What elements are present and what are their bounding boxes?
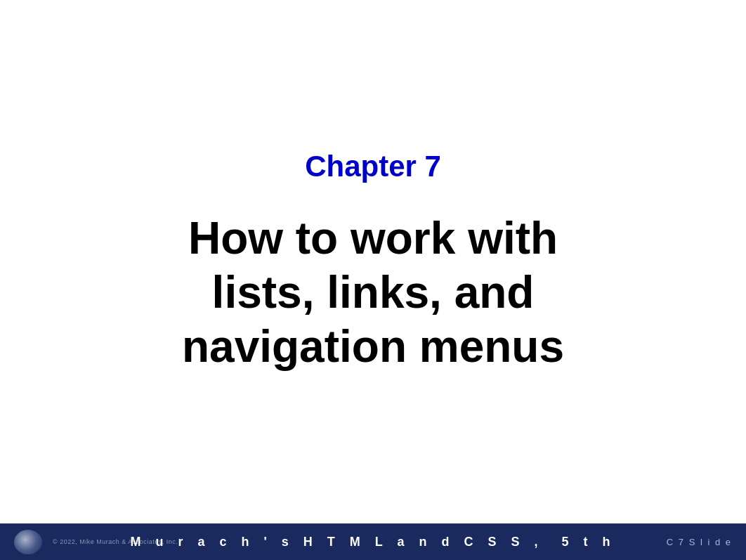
slide-main: Chapter 7 How to work with lists, links,… xyxy=(0,0,746,523)
main-title-line3: navigation menus xyxy=(182,320,564,374)
footer-logo xyxy=(14,530,42,554)
main-title-line2: lists, links, and xyxy=(182,266,564,320)
footer-slide-info: C 7 S l i d e xyxy=(667,537,732,547)
main-title-line1: How to work with xyxy=(182,211,564,266)
main-title: How to work with lists, links, and navig… xyxy=(182,211,564,373)
chapter-title: Chapter 7 xyxy=(305,150,441,183)
footer-book-title: M u r a c h ' s H T M L a n d C S S , 5 … xyxy=(130,535,615,549)
slide-footer: © 2022, Mike Murach & Associates, Inc. M… xyxy=(0,523,746,560)
